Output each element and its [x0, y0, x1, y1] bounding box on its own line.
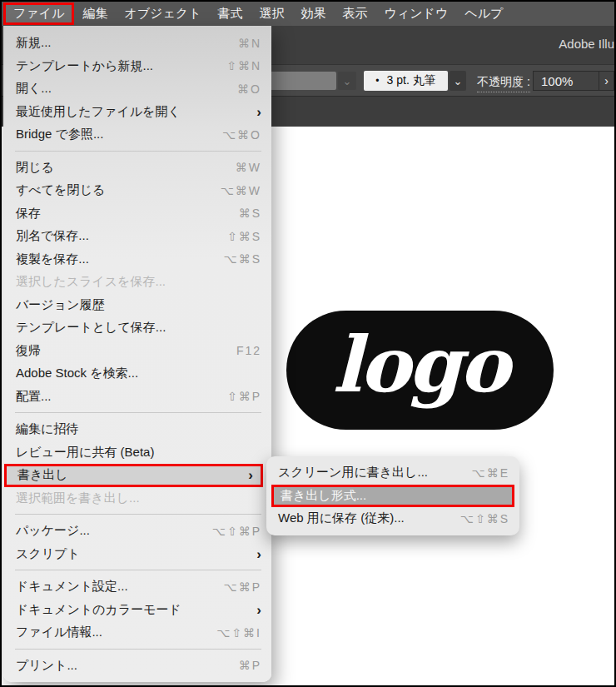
menu-item-document-color-mode[interactable]: ドキュメントのカラーモード › — [3, 599, 271, 622]
menu-item-save[interactable]: 保存 ⌘S — [3, 202, 271, 226]
menu-item-save-as[interactable]: 別名で保存... ⇧⌘S — [3, 225, 271, 248]
menubar-item-object[interactable]: オブジェクト — [116, 3, 209, 24]
menu-item-revert[interactable]: 復帰 F12 — [3, 340, 271, 363]
menu-separator — [15, 514, 261, 515]
submenu-arrow-icon: › — [256, 547, 261, 561]
opacity-label[interactable]: 不透明度 : — [477, 75, 530, 92]
menu-separator — [15, 649, 261, 650]
menubar: ファイル 編集 オブジェクト 書式 選択 効果 表示 ウィンドウ ヘルプ — [2, 2, 614, 26]
menu-item-export-selection: 選択範囲を書き出し... — [3, 487, 271, 510]
menubar-item-view[interactable]: 表示 — [335, 3, 376, 24]
menu-item-new-from-template[interactable]: テンプレートから新規... ⇧⌘N — [3, 55, 271, 78]
menu-item-close[interactable]: 閉じる ⌘W — [3, 157, 271, 180]
menubar-item-edit[interactable]: 編集 — [74, 3, 116, 24]
brush-preset-select[interactable]: • 3 pt. 丸筆 — [364, 71, 448, 91]
menubar-item-select[interactable]: 選択 — [251, 3, 293, 24]
app-title: Adobe Illu — [559, 37, 614, 51]
menubar-item-help[interactable]: ヘルプ — [456, 3, 511, 24]
menu-item-export[interactable]: 書き出し › — [4, 464, 263, 487]
logo-shape: logo — [286, 311, 554, 430]
menu-item-scripts[interactable]: スクリプト › — [3, 543, 271, 566]
submenu-item-export-as[interactable]: 書き出し形式... — [271, 485, 514, 508]
menu-item-browse-in-bridge[interactable]: Bridge で参照... ⌥⌘O — [3, 123, 271, 147]
menu-item-place[interactable]: 配置... ⇧⌘P — [3, 386, 271, 409]
submenu-arrow-icon: › — [256, 105, 261, 119]
menu-item-invite-to-edit[interactable]: 編集に招待 — [3, 418, 271, 441]
menu-item-share-for-review[interactable]: レビュー用に共有 (Beta) — [3, 441, 271, 465]
menu-item-save-selected-slices: 選択したスライスを保存... — [3, 271, 271, 294]
submenu-arrow-icon: › — [256, 603, 261, 617]
submenu-arrow-icon: › — [248, 468, 253, 482]
menu-separator — [15, 151, 261, 152]
menu-item-file-info[interactable]: ファイル情報... ⌥⇧⌘I — [3, 621, 271, 645]
submenu-item-export-for-screens[interactable]: スクリーン用に書き出し... ⌥⌘E — [266, 461, 519, 485]
menu-item-open-recent[interactable]: 最近使用したファイルを開く › — [3, 101, 271, 124]
opacity-value-field[interactable]: 100% › — [533, 71, 614, 91]
menubar-item-effect[interactable]: 効果 — [293, 3, 335, 24]
menu-item-document-setup[interactable]: ドキュメント設定... ⌥⌘P — [3, 575, 271, 599]
menu-separator — [15, 412, 261, 413]
chevron-down-icon[interactable]: ⌄ — [338, 72, 356, 90]
menu-item-version-history[interactable]: バージョン履歴 — [3, 294, 271, 317]
export-submenu: スクリーン用に書き出し... ⌥⌘E 書き出し形式... Web 用に保存 (従… — [266, 456, 519, 535]
chevron-right-icon[interactable]: › — [599, 72, 614, 90]
menu-item-package[interactable]: パッケージ... ⌥⇧⌘P — [3, 520, 271, 543]
logo-text: logo — [332, 326, 507, 415]
submenu-item-save-for-web[interactable]: Web 用に保存 (従来)... ⌥⇧⌘S — [266, 507, 519, 530]
opacity-value: 100% — [534, 74, 599, 88]
menu-item-new[interactable]: 新規... ⌘N — [3, 32, 271, 55]
menu-item-save-as-template[interactable]: テンプレートとして保存... — [3, 316, 271, 340]
menubar-item-window[interactable]: ウィンドウ — [376, 3, 457, 24]
illustrator-window: ファイル 編集 オブジェクト 書式 選択 効果 表示 ウィンドウ ヘルプ Ado… — [0, 0, 616, 687]
file-menu: 新規... ⌘N テンプレートから新規... ⇧⌘N 開く... ⌘O 最近使用… — [3, 26, 271, 682]
menu-item-search-adobe-stock[interactable]: Adobe Stock を検索... — [3, 362, 271, 386]
menu-item-save-a-copy[interactable]: 複製を保存... ⌥⌘S — [3, 248, 271, 271]
menu-item-print[interactable]: プリント... ⌘P — [3, 655, 271, 678]
brush-dot-icon: • — [375, 75, 379, 87]
stroke-variable-width-swatch[interactable] — [268, 72, 336, 90]
menu-item-close-all[interactable]: すべてを閉じる ⌥⌘W — [3, 179, 271, 202]
menu-item-open[interactable]: 開く... ⌘O — [3, 77, 271, 101]
menu-separator — [15, 570, 261, 570]
chevron-down-icon[interactable]: ⌄ — [450, 71, 466, 91]
menubar-item-type[interactable]: 書式 — [210, 3, 251, 24]
menubar-item-file[interactable]: ファイル — [3, 2, 74, 25]
brush-preset-label: 3 pt. 丸筆 — [387, 73, 436, 88]
